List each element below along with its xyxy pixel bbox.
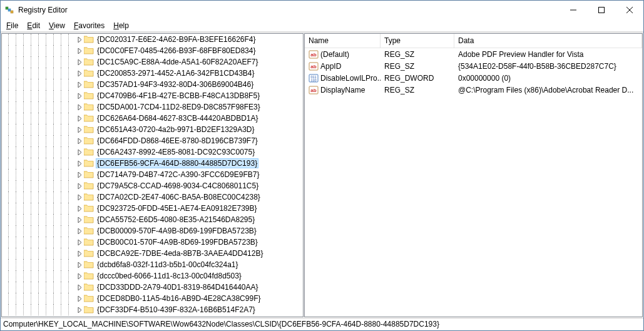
tree-item-label[interactable]: {DC200853-2971-4452-A1A6-342FB1CD43B4} bbox=[96, 68, 256, 78]
tree-item-label[interactable]: {DC714A79-D4B7-472C-A390-3FCC6D9E9FB7} bbox=[96, 170, 260, 180]
tree-item-label[interactable]: {DCB00C01-570F-4A9B-8D69-199FDBA5723B} bbox=[96, 237, 259, 247]
expand-icon[interactable] bbox=[76, 250, 83, 257]
expand-icon[interactable] bbox=[76, 137, 83, 145]
tree-item-label[interactable]: {DC626A64-D684-4627-83CB-44420ABDBD1A} bbox=[96, 113, 260, 123]
column-header-data[interactable]: Data bbox=[454, 34, 642, 48]
expand-icon[interactable] bbox=[76, 126, 83, 133]
tree-item[interactable]: {DCB00C01-570F-4A9B-8D69-199FDBA5723B} bbox=[2, 237, 303, 248]
tree-item-label[interactable]: {DC6EFB56-9CFA-464D-8880-44885D7DC193} bbox=[96, 158, 258, 168]
tree-item[interactable]: {DC020317-E6E2-4A62-B9FA-B3EFE16626F4} bbox=[2, 34, 303, 45]
tree-item-label[interactable]: {DC4709B6-4F1B-427E-BCBB-F48CA13DB8F5} bbox=[96, 91, 261, 101]
menu-file[interactable]: File bbox=[2, 20, 23, 31]
tree-item[interactable]: {DC5DA001-7CD4-11D2-8ED9-D8C857F98FE3} bbox=[2, 101, 303, 113]
folder-icon bbox=[84, 58, 94, 66]
list-body[interactable]: ab(Default)REG_SZAdobe PDF Preview Handl… bbox=[305, 48, 642, 317]
tree-item[interactable]: {DC714A79-D4B7-472C-A390-3FCC6D9E9FB7} bbox=[2, 169, 303, 180]
expand-icon[interactable] bbox=[76, 69, 83, 77]
expand-icon[interactable] bbox=[76, 103, 83, 111]
tree-item-label[interactable]: {DC020317-E6E2-4A62-B9FA-B3EFE16626F4} bbox=[96, 34, 257, 44]
list-row[interactable]: ab(Default)REG_SZAdobe PDF Preview Handl… bbox=[305, 48, 642, 60]
tree-item[interactable]: {DC200853-2971-4452-A1A6-342FB1CD43B4} bbox=[2, 68, 303, 79]
expand-icon[interactable] bbox=[76, 205, 83, 212]
menu-help[interactable]: Help bbox=[109, 20, 133, 31]
tree-item[interactable]: {DCD33DDD-2A79-40D1-8319-864D416440AA} bbox=[2, 282, 303, 293]
tree-item[interactable]: {DC0C0FE7-0485-4266-B93F-68FBF80ED834} bbox=[2, 45, 303, 56]
tree-item[interactable]: {DC664FDD-D868-46EE-8780-8D196CB739F7} bbox=[2, 135, 303, 146]
minimize-button[interactable] bbox=[559, 1, 587, 19]
expand-icon[interactable] bbox=[76, 47, 83, 54]
tree-item[interactable]: {DC6A2437-8992-4E85-8081-DC92C93C0075} bbox=[2, 146, 303, 158]
tree-item[interactable]: {DC4709B6-4F1B-427E-BCBB-F48CA13DB8F5} bbox=[2, 90, 303, 101]
tree-item-label[interactable]: {DC651A43-0720-4a2b-9971-BD2EF1329A3D} bbox=[96, 125, 256, 135]
tree-item[interactable]: {DC923725-0FDD-45E1-AE74-EA09182E739B} bbox=[2, 203, 303, 214]
tree-item[interactable]: {dcbd6fa8-032f-11d3-b5b1-00c04fc324a1} bbox=[2, 259, 303, 270]
tree-item-label[interactable]: {DC79A5C8-CCAD-4698-9034-C4C8068011C5} bbox=[96, 181, 260, 191]
tree-item[interactable]: {DC1C5A9C-E88A-4dde-A5A1-60F82A20AEF7} bbox=[2, 56, 303, 68]
dword-value-icon: 011110 bbox=[309, 73, 319, 83]
expand-icon[interactable] bbox=[76, 272, 83, 280]
expand-icon[interactable] bbox=[76, 115, 83, 122]
folder-icon bbox=[84, 136, 94, 145]
column-header-type[interactable]: Type bbox=[381, 34, 454, 48]
expand-icon[interactable] bbox=[76, 216, 83, 223]
expand-icon[interactable] bbox=[76, 238, 83, 246]
tree-item[interactable]: {DCA55752-E6D5-4080-8E35-A21546DA8295} bbox=[2, 214, 303, 225]
tree-item[interactable]: {DC79A5C8-CCAD-4698-9034-C4C8068011C5} bbox=[2, 180, 303, 191]
close-button[interactable] bbox=[615, 1, 643, 19]
menu-edit[interactable]: Edit bbox=[23, 20, 44, 31]
maximize-button[interactable] bbox=[587, 1, 615, 19]
tree-item-label[interactable]: {dcbd6fa8-032f-11d3-b5b1-00c04fc324a1} bbox=[96, 260, 240, 270]
menubar: File Edit View Favorites Help bbox=[1, 19, 643, 32]
tree-item-label[interactable]: {DC923725-0FDD-45E1-AE74-EA09182E739B} bbox=[96, 203, 258, 213]
tree-item-label[interactable]: {DCD33DDD-2A79-40D1-8319-864D416440AA} bbox=[96, 282, 260, 292]
expand-icon[interactable] bbox=[76, 295, 83, 302]
expand-icon[interactable] bbox=[76, 193, 83, 201]
tree-item-label[interactable]: {DCB00009-570F-4A9B-8D69-199FDBA5723B} bbox=[96, 226, 258, 236]
tree-item[interactable]: {dccc0bed-6066-11d1-8c13-00c04fd8d503} bbox=[2, 270, 303, 282]
tree-item-label[interactable]: {DC357AD1-94F3-4932-80D4-306B69004B46} bbox=[96, 79, 255, 89]
tree-item-label[interactable]: {DCED8DB0-11A5-4b16-AB9D-4E28CA38C99F} bbox=[96, 293, 262, 303]
tree-item-label[interactable]: {DCA55752-E6D5-4080-8E35-A21546DA8295} bbox=[96, 215, 256, 225]
tree-item-label[interactable]: {DC0C0FE7-0485-4266-B93F-68FBF80ED834} bbox=[96, 46, 257, 56]
expand-icon[interactable] bbox=[76, 227, 83, 235]
tree-item[interactable]: {DC357AD1-94F3-4932-80D4-306B69004B46} bbox=[2, 79, 303, 90]
expand-icon[interactable] bbox=[76, 160, 83, 167]
tree-item-label[interactable]: {DC5DA001-7CD4-11D2-8ED9-D8C857F98FE3} bbox=[96, 102, 262, 112]
menu-favorites[interactable]: Favorites bbox=[69, 20, 109, 31]
tree-item-label[interactable]: {DCF33DF4-B510-439F-832A-16B6B514F2A7} bbox=[96, 305, 257, 315]
expand-icon[interactable] bbox=[76, 306, 83, 313]
tree-item[interactable]: {DC651A43-0720-4a2b-9971-BD2EF1329A3D} bbox=[2, 124, 303, 135]
tree-item-label[interactable]: {DCBCA92E-7DBE-4eda-8B7B-3AAEA4DD412B} bbox=[96, 248, 264, 258]
expand-icon[interactable] bbox=[76, 92, 83, 99]
tree-item-label[interactable]: {DC7A02CD-2E47-406C-BA5A-B08EC00C4238} bbox=[96, 192, 262, 202]
tree-item[interactable]: {DCBCA92E-7DBE-4eda-8B7B-3AAEA4DD412B} bbox=[2, 248, 303, 259]
tree-scroll[interactable]: {DC020317-E6E2-4A62-B9FA-B3EFE16626F4}{D… bbox=[2, 34, 303, 317]
tree-item[interactable]: {DC7A02CD-2E47-406C-BA5A-B08EC00C4238} bbox=[2, 191, 303, 203]
tree-item-label[interactable]: {dccc0bed-6066-11d1-8c13-00c04fd8d503} bbox=[96, 271, 243, 281]
tree-item[interactable]: {DCF33DF4-B510-439F-832A-16B6B514F2A7} bbox=[2, 304, 303, 315]
column-header-name[interactable]: Name bbox=[305, 34, 381, 48]
folder-icon bbox=[84, 46, 94, 55]
folder-icon bbox=[84, 91, 94, 100]
tree-item-label[interactable]: {DC664FDD-D868-46EE-8780-8D196CB739F7} bbox=[96, 136, 259, 146]
list-row[interactable]: 011110DisableLowILPro...REG_DWORD0x00000… bbox=[305, 72, 642, 84]
menu-view[interactable]: View bbox=[44, 20, 69, 31]
tree-item[interactable]: {DCB00009-570F-4A9B-8D69-199FDBA5723B} bbox=[2, 225, 303, 237]
expand-icon[interactable] bbox=[76, 283, 83, 291]
svg-text:ab: ab bbox=[310, 52, 316, 58]
expand-icon[interactable] bbox=[76, 171, 83, 178]
tree-item-label[interactable]: {DC1C5A9C-E88A-4dde-A5A1-60F82A20AEF7} bbox=[96, 57, 259, 67]
expand-icon[interactable] bbox=[76, 81, 83, 88]
list-row[interactable]: abAppIDREG_SZ{534A1E02-D58F-44f0-B58B-36… bbox=[305, 60, 642, 72]
expand-icon[interactable] bbox=[76, 148, 83, 156]
tree-item[interactable]: {DC6EFB56-9CFA-464D-8880-44885D7DC193} bbox=[2, 158, 303, 169]
expand-icon[interactable] bbox=[76, 36, 83, 43]
tree-item[interactable]: {DCED8DB0-11A5-4b16-AB9D-4E28CA38C99F} bbox=[2, 293, 303, 304]
tree-pane: {DC020317-E6E2-4A62-B9FA-B3EFE16626F4}{D… bbox=[1, 33, 304, 317]
tree-item-label[interactable]: {DC6A2437-8992-4E85-8081-DC92C93C0075} bbox=[96, 147, 256, 157]
expand-icon[interactable] bbox=[76, 182, 83, 190]
tree-item[interactable]: {DC626A64-D684-4627-83CB-44420ABDBD1A} bbox=[2, 113, 303, 124]
list-row[interactable]: abDisplayNameREG_SZ@C:\Program Files (x8… bbox=[305, 84, 642, 96]
expand-icon[interactable] bbox=[76, 58, 83, 66]
expand-icon[interactable] bbox=[76, 261, 83, 268]
